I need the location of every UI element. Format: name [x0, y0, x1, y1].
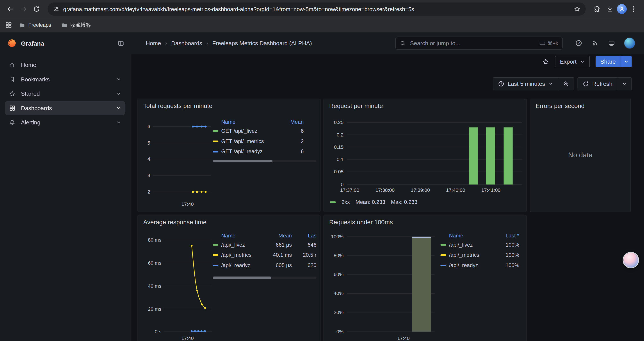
legend-header-last[interactable]: Last *: [494, 232, 522, 238]
series-swatch: [212, 264, 218, 266]
legend-row[interactable]: GET /api/_livez 6: [212, 126, 317, 136]
bookmark-folder-label: 收藏博客: [70, 22, 91, 29]
legend-scrollbar: [212, 276, 316, 279]
sidebar-item-starred[interactable]: Starred: [5, 87, 125, 101]
legend-row[interactable]: GET /api/_metrics 2: [212, 136, 317, 146]
forward-icon[interactable]: [17, 3, 30, 15]
panel-requests-per-minute: Request per minute 0.25 0.2 0.15 0.1 0.0…: [324, 99, 527, 212]
refresh-button[interactable]: Refresh: [578, 77, 618, 90]
svg-text:?: ?: [578, 41, 580, 45]
legend-max: Max: 0.233: [391, 199, 417, 205]
user-avatar[interactable]: [624, 38, 635, 49]
sidebar-item-home[interactable]: Home: [5, 58, 125, 72]
scrollbar-thumb[interactable]: [212, 160, 272, 162]
series-swatch: [440, 244, 446, 245]
legend-series[interactable]: 2xx: [342, 199, 350, 205]
panel-title[interactable]: Errors per second: [536, 102, 584, 109]
refresh-icon: [582, 81, 589, 87]
svg-text:80%: 80%: [334, 253, 344, 258]
downloads-icon[interactable]: [604, 3, 616, 15]
chevron-down-icon[interactable]: [116, 106, 121, 110]
scrollbar-thumb[interactable]: [212, 276, 271, 279]
mega-menu-dock-icon[interactable]: [118, 33, 124, 54]
sidebar-item-dashboards[interactable]: Dashboards: [5, 101, 125, 115]
browser-menu-icon[interactable]: [628, 3, 640, 15]
extensions-icon[interactable]: [591, 3, 603, 15]
bookmark-star-icon[interactable]: [574, 6, 580, 12]
legend-row[interactable]: /api/_livez 661 µs 646: [212, 240, 316, 250]
bar[interactable]: [486, 127, 495, 184]
panel-errors-per-second: Errors per second No data: [530, 99, 631, 212]
panel-title[interactable]: Total requests per minute: [143, 102, 212, 109]
share-dropdown-icon[interactable]: [620, 56, 632, 67]
chevron-down-icon[interactable]: [116, 91, 121, 96]
help-icon[interactable]: ?: [575, 40, 582, 47]
svg-text:5: 5: [148, 140, 150, 146]
share-button[interactable]: Share: [595, 56, 632, 67]
chevron-down-icon[interactable]: [116, 120, 121, 125]
legend-row[interactable]: GET /api/_readyz 6: [212, 146, 317, 157]
browser-profile-avatar[interactable]: [617, 4, 627, 14]
site-settings-icon[interactable]: [53, 6, 60, 12]
svg-text:100%: 100%: [331, 234, 344, 239]
bar-chart: 0.25 0.2 0.15 0.1 0.05 0 17:37:00 17:38:…: [324, 99, 527, 212]
export-button[interactable]: Export: [555, 56, 590, 67]
legend-row[interactable]: /api/_readyz 100%: [440, 260, 522, 270]
url-text[interactable]: grafana.mathmast.com/d/deytv4rwavabkb/fr…: [63, 6, 570, 12]
panel-title[interactable]: Average response time: [143, 219, 206, 226]
svg-text:3: 3: [148, 173, 150, 178]
star-icon: [9, 90, 16, 97]
sidebar-item-bookmarks[interactable]: Bookmarks: [5, 72, 125, 87]
search-box[interactable]: ⌘+k: [395, 37, 563, 50]
series-swatch: [440, 264, 446, 266]
favorite-star-icon[interactable]: [542, 58, 549, 65]
reload-icon[interactable]: [30, 3, 43, 15]
chevron-down-icon[interactable]: [116, 77, 121, 82]
grafana-brand[interactable]: Grafana: [8, 33, 44, 54]
monitor-icon[interactable]: [608, 40, 615, 47]
svg-text:0.2: 0.2: [337, 132, 344, 138]
legend-header-last[interactable]: Las: [292, 232, 316, 238]
svg-text:0.1: 0.1: [337, 157, 344, 162]
legend-header-name[interactable]: Name: [212, 119, 290, 125]
series-swatch: [212, 254, 218, 256]
breadcrumb-separator: ›: [206, 40, 208, 47]
time-range-picker[interactable]: Last 5 minutes: [493, 77, 558, 90]
bar[interactable]: [412, 237, 431, 332]
url-bar[interactable]: grafana.mathmast.com/d/deytv4rwavabkb/fr…: [48, 3, 586, 16]
assistant-avatar[interactable]: [624, 253, 638, 267]
search-icon: [400, 40, 406, 46]
breadcrumb-home[interactable]: Home: [146, 40, 161, 47]
panel-title[interactable]: Requests under 100ms: [329, 219, 393, 226]
panel-title[interactable]: Request per minute: [329, 102, 383, 109]
bar[interactable]: [469, 127, 478, 184]
breadcrumb-dashboards[interactable]: Dashboards: [171, 40, 202, 47]
svg-text:40 ms: 40 ms: [148, 283, 161, 289]
svg-text:0%: 0%: [336, 329, 344, 334]
legend-row[interactable]: /api/_readyz 605 µs 620: [212, 260, 316, 270]
svg-text:17:38:00: 17:38:00: [376, 187, 394, 193]
svg-text:0 s: 0 s: [155, 329, 161, 334]
bar[interactable]: [504, 127, 513, 184]
legend-header-name[interactable]: Name: [212, 232, 267, 238]
legend-inline[interactable]: 2xx Mean: 0.233 Max: 0.233: [330, 199, 417, 205]
legend-header-name[interactable]: Name: [440, 232, 494, 238]
zoom-out-button[interactable]: [558, 77, 574, 90]
svg-text:17:40: 17:40: [182, 335, 194, 341]
legend-row[interactable]: /api/_livez 100%: [440, 240, 522, 250]
legend-header-mean[interactable]: Mean: [290, 119, 318, 125]
legend-row[interactable]: /api/_metrics 40.1 ms 20.5 r: [212, 250, 316, 260]
back-icon[interactable]: [4, 3, 16, 15]
sidebar-item-alerting[interactable]: Alerting: [5, 115, 125, 129]
legend-header-mean[interactable]: Mean: [267, 232, 292, 238]
refresh-interval-dropdown[interactable]: [617, 77, 632, 90]
legend-row[interactable]: /api/_metrics 100%: [440, 250, 522, 260]
apps-grid-icon[interactable]: [5, 21, 12, 29]
grafana-logo-icon: [8, 39, 16, 48]
news-rss-icon[interactable]: [592, 40, 599, 47]
bookmark-folder-freeleaps[interactable]: Freeleaps: [16, 21, 54, 30]
screen: grafana.mathmast.com/d/deytv4rwavabkb/fr…: [0, 0, 644, 341]
panel-total-requests: Total requests per minute 6 5 4 3 2 17:4…: [138, 99, 320, 212]
search-input[interactable]: [409, 40, 536, 47]
bookmark-folder-blogs[interactable]: 收藏博客: [58, 21, 94, 30]
